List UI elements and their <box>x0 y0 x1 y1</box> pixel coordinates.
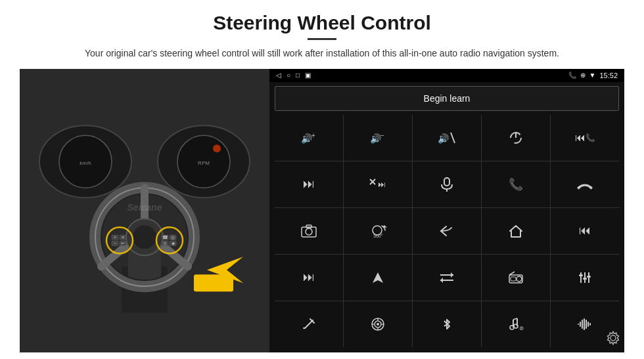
svg-rect-56 <box>306 225 311 228</box>
target-button[interactable] <box>344 301 412 347</box>
navigate-button[interactable] <box>344 255 412 301</box>
svg-text:☎: ☎ <box>162 235 168 240</box>
android-screen: ◁ ○ □ ▣ 📞 ⊕ ▼ 15:52 Begin learn 🔊+ <box>269 69 624 352</box>
steering-wheel-svg: km/h RPM <box>20 69 269 352</box>
settings-gear-button[interactable] <box>606 331 620 348</box>
svg-text:−: − <box>114 241 116 245</box>
svg-marker-63 <box>451 272 453 278</box>
svg-rect-73 <box>579 274 583 276</box>
prev-track-button[interactable]: ⏮ <box>551 208 619 254</box>
svg-text:🔊: 🔊 <box>438 133 449 144</box>
home-icon[interactable]: ○ <box>287 72 290 79</box>
app-icon[interactable]: ▣ <box>305 72 311 79</box>
svg-point-81 <box>377 323 379 326</box>
back-button[interactable] <box>413 208 481 254</box>
svg-point-7 <box>213 144 221 152</box>
wifi-icon: ▼ <box>589 72 596 79</box>
location-icon: ⊕ <box>580 72 586 79</box>
svg-text:⊙: ⊙ <box>163 241 167 245</box>
rotate-360-button[interactable]: 360° <box>344 208 412 254</box>
prev-track-phone-button[interactable]: ⏮📞 <box>551 115 619 161</box>
status-bar: ◁ ○ □ ▣ 📞 ⊕ ▼ 15:52 <box>269 69 624 82</box>
svg-rect-74 <box>583 278 587 280</box>
svg-rect-50 <box>444 178 449 186</box>
radio-button[interactable] <box>482 255 550 301</box>
edit-button[interactable] <box>275 301 343 347</box>
equalizer-sliders-button[interactable] <box>551 255 619 301</box>
begin-learn-button[interactable]: Begin learn <box>275 86 619 111</box>
svg-text:km/h: km/h <box>80 160 91 166</box>
car-image-area: km/h RPM <box>20 69 269 352</box>
status-bar-left: ◁ ○ □ ▣ <box>276 72 311 79</box>
hang-up-button[interactable] <box>551 161 619 207</box>
svg-marker-65 <box>440 278 443 283</box>
svg-text:◎: ◎ <box>171 235 175 240</box>
svg-rect-75 <box>587 276 591 278</box>
time-display: 15:52 <box>599 72 618 79</box>
title-divider <box>308 38 336 40</box>
page-subtitle: Your original car's steering wheel contr… <box>85 47 559 61</box>
switch-button[interactable] <box>413 255 481 301</box>
next-track-button[interactable]: ⏭ <box>275 161 343 207</box>
svg-text:Seicane: Seicane <box>127 202 162 213</box>
svg-text:360°: 360° <box>373 234 383 238</box>
svg-line-76 <box>305 320 313 328</box>
power-button[interactable] <box>482 115 550 161</box>
skip-forward-button[interactable]: ⏭ <box>344 161 412 207</box>
svg-text:+: + <box>311 132 315 139</box>
recents-icon[interactable]: □ <box>296 72 300 79</box>
microphone-button[interactable] <box>413 161 481 207</box>
svg-rect-69 <box>511 277 516 281</box>
svg-marker-61 <box>373 272 383 283</box>
svg-point-67 <box>517 276 522 282</box>
page-container: Steering Wheel Control Your original car… <box>0 0 644 359</box>
content-row: km/h RPM <box>20 69 624 352</box>
status-bar-right: 📞 ⊕ ▼ 15:52 <box>568 72 618 79</box>
svg-text:≡: ≡ <box>122 235 124 240</box>
fast-forward-button[interactable]: ⏭ <box>275 255 343 301</box>
svg-rect-37 <box>194 274 233 291</box>
phone-status-icon: 📞 <box>568 72 576 79</box>
svg-text:↩: ↩ <box>121 241 125 245</box>
phone-call-button[interactable]: 📞 <box>482 161 550 207</box>
svg-marker-60 <box>510 226 522 237</box>
svg-text:⚙: ⚙ <box>519 326 524 331</box>
icon-grid: 🔊+ 🔊− 🔊 ⏮� <box>275 115 619 347</box>
svg-text:+: + <box>114 235 116 240</box>
back-icon[interactable]: ◁ <box>276 72 281 79</box>
svg-text:−: − <box>380 132 384 139</box>
vol-down-button[interactable]: 🔊− <box>344 115 412 161</box>
svg-point-55 <box>306 228 312 235</box>
svg-text:RPM: RPM <box>198 160 210 166</box>
page-title: Steering Wheel Control <box>213 12 431 34</box>
svg-point-17 <box>133 225 156 249</box>
bluetooth-button[interactable] <box>413 301 481 347</box>
svg-text:⏭: ⏭ <box>378 180 386 189</box>
svg-point-99 <box>610 335 616 341</box>
mute-button[interactable]: 🔊 <box>413 115 481 161</box>
svg-line-44 <box>451 133 455 143</box>
home-button[interactable] <box>482 208 550 254</box>
music-button[interactable]: ⚙ <box>482 301 550 347</box>
vol-up-button[interactable]: 🔊+ <box>275 115 343 161</box>
camera-button[interactable] <box>275 208 343 254</box>
